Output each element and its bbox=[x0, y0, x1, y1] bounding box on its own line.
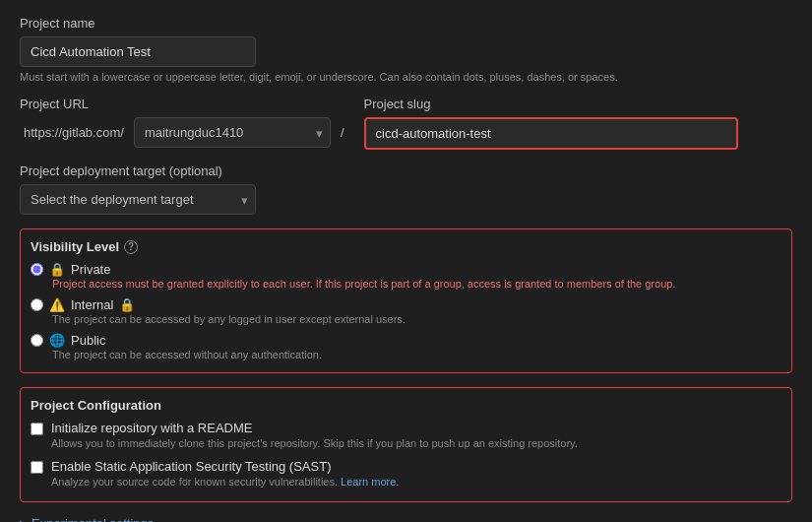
visibility-public-label[interactable]: 🌐 Public bbox=[31, 333, 781, 348]
visibility-title: Visibility Level ? bbox=[31, 239, 781, 254]
url-slug-row: Project URL https://gitlab.com/ maitrung… bbox=[20, 97, 792, 150]
visibility-public-desc: The project can be accessed without any … bbox=[52, 349, 781, 360]
configuration-title: Project Configuration bbox=[31, 398, 781, 413]
experimental-chevron-icon: ▶ bbox=[20, 518, 28, 522]
init-readme-option: Initialize repository with a README Allo… bbox=[31, 421, 781, 449]
deployment-target-select-wrap: Select the deployment target ▾ bbox=[20, 184, 256, 215]
visibility-private-text: Private bbox=[71, 262, 110, 277]
experimental-settings-text: Experimental settings bbox=[31, 516, 154, 522]
visibility-title-text: Visibility Level bbox=[31, 239, 119, 254]
url-row: https://gitlab.com/ maitrungduc1410 ▾ / bbox=[20, 117, 348, 148]
project-url-label: Project URL bbox=[20, 97, 348, 111]
internal-icon: ⚠️ bbox=[49, 297, 65, 312]
visibility-internal-desc: The project can be accessed by any logge… bbox=[52, 313, 781, 325]
visibility-internal-text: Internal bbox=[71, 297, 113, 312]
public-globe-icon: 🌐 bbox=[49, 333, 65, 348]
deployment-target-label: Project deployment target (optional) bbox=[20, 163, 792, 178]
internal-lock-icon: 🔒 bbox=[119, 297, 135, 312]
sast-desc-text: Analyze your source code for known secur… bbox=[51, 476, 338, 488]
visibility-internal-label[interactable]: ⚠️ Internal 🔒 bbox=[31, 297, 781, 312]
project-name-section: Project name Must start with a lowercase… bbox=[20, 16, 792, 83]
sast-content: Enable Static Application Security Testi… bbox=[51, 459, 399, 488]
project-name-hint: Must start with a lowercase or uppercase… bbox=[20, 71, 792, 83]
private-lock-icon: 🔒 bbox=[49, 262, 65, 277]
visibility-internal-radio[interactable] bbox=[31, 298, 43, 311]
namespace-select[interactable]: maitrungduc1410 bbox=[134, 117, 331, 148]
init-readme-checkbox[interactable] bbox=[31, 423, 43, 435]
sast-desc: Analyze your source code for known secur… bbox=[51, 476, 399, 488]
project-configuration-section: Project Configuration Initialize reposit… bbox=[20, 387, 792, 502]
visibility-private-label[interactable]: 🔒 Private bbox=[31, 262, 781, 277]
visibility-private-option: 🔒 Private Project access must be granted… bbox=[31, 262, 781, 290]
sast-learn-more-link[interactable]: Learn more. bbox=[341, 476, 399, 488]
deployment-target-section: Project deployment target (optional) Sel… bbox=[20, 163, 792, 215]
init-readme-content: Initialize repository with a README Allo… bbox=[51, 421, 578, 449]
sast-option: Enable Static Application Security Testi… bbox=[31, 459, 781, 488]
project-slug-group: Project slug bbox=[364, 97, 738, 150]
deployment-target-select[interactable]: Select the deployment target bbox=[20, 184, 256, 215]
visibility-public-radio[interactable] bbox=[31, 334, 43, 347]
init-readme-desc: Allows you to immediately clone this pro… bbox=[51, 437, 578, 449]
project-url-group: Project URL https://gitlab.com/ maitrung… bbox=[20, 97, 348, 148]
visibility-public-text: Public bbox=[71, 333, 105, 348]
visibility-help-icon[interactable]: ? bbox=[124, 240, 138, 254]
visibility-internal-option: ⚠️ Internal 🔒 The project can be accesse… bbox=[31, 297, 781, 325]
sast-checkbox[interactable] bbox=[31, 461, 43, 474]
experimental-settings-link[interactable]: ▶ Experimental settings bbox=[20, 516, 792, 522]
project-slug-input[interactable] bbox=[364, 117, 738, 150]
url-separator: / bbox=[337, 125, 348, 140]
namespace-select-wrap: maitrungduc1410 ▾ bbox=[134, 117, 331, 148]
visibility-private-desc: Project access must be granted explicitl… bbox=[52, 278, 781, 290]
project-slug-label: Project slug bbox=[364, 97, 738, 111]
visibility-private-radio[interactable] bbox=[31, 263, 43, 276]
visibility-section: Visibility Level ? 🔒 Private Project acc… bbox=[20, 228, 792, 373]
init-readme-label: Initialize repository with a README bbox=[51, 421, 578, 435]
project-name-label: Project name bbox=[20, 16, 792, 31]
sast-label: Enable Static Application Security Testi… bbox=[51, 459, 399, 474]
url-base-text: https://gitlab.com/ bbox=[20, 125, 128, 140]
configuration-title-text: Project Configuration bbox=[31, 398, 161, 413]
project-name-input[interactable] bbox=[20, 36, 256, 67]
visibility-public-option: 🌐 Public The project can be accessed wit… bbox=[31, 333, 781, 360]
